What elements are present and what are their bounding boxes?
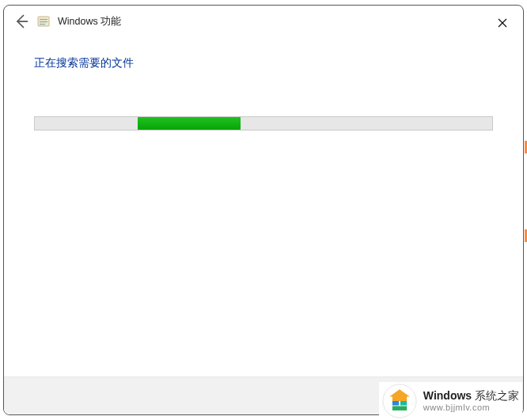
- svg-rect-2: [40, 19, 47, 20]
- svg-rect-8: [392, 401, 399, 406]
- dialog-title: Windows 功能: [58, 15, 121, 28]
- back-arrow-icon: [13, 13, 29, 29]
- back-button[interactable]: [13, 13, 29, 29]
- watermark-brand: Windows 系统之家: [423, 389, 519, 403]
- svg-rect-9: [400, 401, 407, 406]
- watermark-logo-icon: [382, 384, 417, 418]
- progress-chunk: [138, 117, 241, 130]
- status-message: 正在搜索需要的文件: [34, 56, 493, 70]
- watermark: Windows 系统之家 www.bjjmlv.com: [379, 382, 522, 420]
- dialog-content: 正在搜索需要的文件: [4, 32, 523, 376]
- watermark-url: www.bjjmlv.com: [423, 403, 519, 413]
- svg-rect-3: [40, 21, 47, 22]
- dialog-header: Windows 功能: [4, 6, 523, 32]
- watermark-text: Windows 系统之家 www.bjjmlv.com: [423, 389, 519, 413]
- svg-rect-4: [40, 24, 45, 25]
- close-icon: [498, 18, 507, 28]
- close-button[interactable]: [493, 13, 512, 32]
- dialog-window: Windows 功能 正在搜索需要的文件: [3, 5, 524, 415]
- windows-features-icon: [37, 15, 50, 28]
- svg-rect-10: [392, 406, 407, 411]
- progress-bar: [34, 116, 493, 131]
